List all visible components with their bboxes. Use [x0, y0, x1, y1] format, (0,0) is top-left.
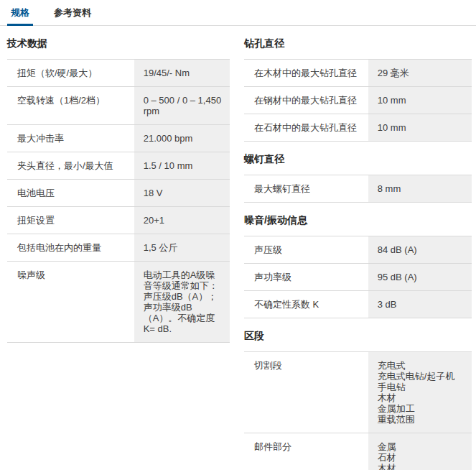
spec-column-left: 技术数据扭矩（软/硬/最大）19/45/- Nm空载转速（1档/2档）0 – 5…: [7, 26, 230, 343]
spec-row: 噪声级电动工具的A级噪音等级通常如下： 声压级dB（A）； 声功率级dB（A）。…: [7, 261, 230, 342]
tab-reference-data[interactable]: 参考资料: [50, 0, 95, 26]
spec-row: 在钢材中的最大钻孔直径10 mm: [244, 86, 472, 114]
spec-label: 在木材中的最大钻孔直径: [244, 60, 368, 86]
spec-table: 在木材中的最大钻孔直径29 毫米在钢材中的最大钻孔直径10 mm在石材中的最大钻…: [244, 59, 472, 142]
spec-label: 电池电压: [7, 180, 134, 206]
specifications-page: 规格 参考资料 技术数据扭矩（软/硬/最大）19/45/- Nm空载转速（1档/…: [0, 0, 476, 470]
spec-label: 扭矩（软/硬/最大）: [7, 60, 134, 86]
spec-label: 不确定性系数 K: [244, 291, 368, 318]
section-title: 噪音/振动信息: [244, 214, 472, 226]
spec-label: 在钢材中的最大钻孔直径: [244, 87, 368, 114]
spec-value: 1,5 公斤: [134, 234, 230, 261]
tab-bar: 规格 参考资料: [0, 0, 476, 26]
spec-content: 技术数据扭矩（软/硬/最大）19/45/- Nm空载转速（1档/2档）0 – 5…: [0, 26, 476, 470]
spec-label: 包括电池在内的重量: [7, 234, 134, 261]
spec-row: 切割段充电式 充电式电钻/起子机 手电钻 木材 金属加工 重载范围: [244, 351, 472, 433]
spec-row: 最大冲击率21.000 bpm: [7, 124, 230, 152]
section-title: 钻孔直径: [244, 37, 472, 50]
spec-value: 电动工具的A级噪音等级通常如下： 声压级dB（A）； 声功率级dB（A）。不确定…: [134, 262, 230, 342]
spec-label: 空载转速（1档/2档）: [7, 87, 134, 124]
spec-value: 95 dB (A): [368, 264, 472, 290]
spec-value: 1.5 / 10 mm: [134, 152, 230, 179]
spec-value: 金属 石材 木材: [368, 433, 472, 470]
spec-row: 扭矩设置20+1: [7, 206, 230, 234]
spec-row: 不确定性系数 K3 dB: [244, 290, 472, 318]
spec-value: 10 mm: [368, 87, 472, 114]
spec-table: 扭矩（软/硬/最大）19/45/- Nm空载转速（1档/2档）0 – 500 /…: [7, 59, 230, 343]
spec-label: 声压级: [244, 236, 368, 263]
spec-value: 84 dB (A): [368, 236, 472, 263]
spec-row: 在石材中的最大钻孔直径10 mm: [244, 114, 472, 141]
spec-label: 最大螺钉直径: [244, 175, 368, 202]
spec-row: 声压级84 dB (A): [244, 236, 472, 263]
spec-row: 夹头直径，最小/最大值1.5 / 10 mm: [7, 152, 230, 179]
spec-label: 夹头直径，最小/最大值: [7, 152, 134, 179]
spec-row: 最大螺钉直径8 mm: [244, 175, 472, 202]
spec-section: 螺钉直径最大螺钉直径8 mm: [244, 153, 472, 203]
spec-label: 扭矩设置: [7, 207, 134, 234]
spec-row: 声功率级95 dB (A): [244, 263, 472, 290]
spec-table: 声压级84 dB (A)声功率级95 dB (A)不确定性系数 K3 dB: [244, 236, 472, 318]
spec-value: 10 mm: [368, 114, 472, 141]
section-title: 区段: [244, 330, 472, 342]
spec-value: 21.000 bpm: [134, 125, 230, 152]
section-title: 技术数据: [7, 37, 230, 50]
spec-value: 充电式 充电式电钻/起子机 手电钻 木材 金属加工 重载范围: [368, 352, 472, 433]
spec-row: 电池电压18 V: [7, 179, 230, 206]
spec-label: 声功率级: [244, 264, 368, 290]
spec-section: 技术数据扭矩（软/硬/最大）19/45/- Nm空载转速（1档/2档）0 – 5…: [7, 37, 230, 343]
spec-value: 8 mm: [368, 175, 472, 202]
tab-specifications[interactable]: 规格: [7, 0, 33, 26]
spec-value: 18 V: [134, 180, 230, 206]
spec-label: 切割段: [244, 352, 368, 433]
spec-value: 19/45/- Nm: [134, 60, 230, 86]
spec-row: 空载转速（1档/2档）0 – 500 / 0 – 1,450 rpm: [7, 86, 230, 124]
spec-row: 邮件部分金属 石材 木材: [244, 433, 472, 470]
spec-value: 29 毫米: [368, 60, 472, 86]
spec-row: 扭矩（软/硬/最大）19/45/- Nm: [7, 59, 230, 86]
spec-label: 邮件部分: [244, 433, 368, 470]
spec-label: 在石材中的最大钻孔直径: [244, 114, 368, 141]
spec-column-right: 钻孔直径在木材中的最大钻孔直径29 毫米在钢材中的最大钻孔直径10 mm在石材中…: [244, 26, 472, 470]
spec-section: 钻孔直径在木材中的最大钻孔直径29 毫米在钢材中的最大钻孔直径10 mm在石材中…: [244, 37, 472, 142]
spec-section: 区段切割段充电式 充电式电钻/起子机 手电钻 木材 金属加工 重载范围邮件部分金…: [244, 330, 472, 470]
spec-table: 最大螺钉直径8 mm: [244, 175, 472, 203]
spec-label: 最大冲击率: [7, 125, 134, 152]
spec-value: 20+1: [134, 207, 230, 234]
spec-row: 在木材中的最大钻孔直径29 毫米: [244, 59, 472, 86]
spec-row: 包括电池在内的重量1,5 公斤: [7, 234, 230, 261]
spec-section: 噪音/振动信息声压级84 dB (A)声功率级95 dB (A)不确定性系数 K…: [244, 214, 472, 318]
spec-value: 0 – 500 / 0 – 1,450 rpm: [134, 87, 230, 124]
spec-label: 噪声级: [7, 262, 134, 342]
spec-table: 切割段充电式 充电式电钻/起子机 手电钻 木材 金属加工 重载范围邮件部分金属 …: [244, 351, 472, 470]
spec-value: 3 dB: [368, 291, 472, 318]
section-title: 螺钉直径: [244, 153, 472, 165]
